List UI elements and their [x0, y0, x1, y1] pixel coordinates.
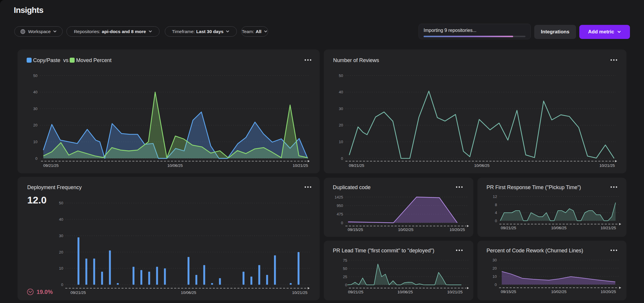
svg-text:0: 0 [495, 283, 497, 287]
svg-text:30: 30 [493, 258, 497, 262]
svg-text:0: 0 [345, 283, 347, 287]
svg-text:10/02/25: 10/02/25 [398, 227, 414, 232]
svg-text:19.0%: 19.0% [37, 289, 53, 295]
svg-text:50: 50 [59, 201, 63, 205]
svg-text:12: 12 [493, 194, 497, 199]
svg-text:10: 10 [59, 266, 63, 271]
svg-text:10/02/25: 10/02/25 [551, 290, 567, 294]
svg-text:09/21/25: 09/21/25 [501, 226, 516, 230]
svg-text:10/20/25: 10/20/25 [450, 227, 465, 232]
svg-text:20: 20 [493, 266, 497, 271]
svg-text:50: 50 [339, 73, 343, 78]
svg-text:10/21/25: 10/21/25 [447, 290, 463, 294]
svg-text:1425: 1425 [335, 195, 343, 199]
svg-text:09/15/25: 09/15/25 [501, 290, 516, 294]
svg-text:10/06/25: 10/06/25 [551, 226, 567, 230]
svg-text:50: 50 [33, 73, 37, 78]
svg-text:20: 20 [339, 123, 343, 127]
svg-text:10/06/25: 10/06/25 [167, 163, 183, 168]
svg-text:20: 20 [59, 250, 63, 254]
svg-text:475: 475 [337, 212, 343, 216]
svg-text:10/21/25: 10/21/25 [293, 163, 308, 168]
svg-text:10: 10 [493, 274, 497, 279]
svg-text:10: 10 [339, 140, 343, 144]
svg-text:30: 30 [339, 107, 343, 111]
svg-text:25: 25 [343, 275, 347, 279]
svg-text:30: 30 [33, 107, 37, 111]
svg-text:0: 0 [61, 283, 63, 287]
svg-text:10/21/25: 10/21/25 [601, 226, 616, 230]
svg-text:0: 0 [341, 221, 343, 225]
svg-text:09/15/25: 09/15/25 [348, 227, 363, 232]
svg-text:09/21/25: 09/21/25 [348, 290, 364, 294]
svg-text:30: 30 [59, 234, 63, 238]
svg-text:09/21/25: 09/21/25 [43, 163, 59, 168]
svg-text:10/21/25: 10/21/25 [600, 163, 615, 168]
svg-text:10/06/25: 10/06/25 [398, 290, 413, 294]
svg-text:8: 8 [495, 203, 497, 207]
svg-text:10/06/25: 10/06/25 [181, 290, 196, 295]
svg-text:10/06/25: 10/06/25 [474, 163, 490, 168]
svg-text:4: 4 [495, 210, 497, 215]
svg-text:75: 75 [343, 258, 347, 263]
svg-text:09/21/25: 09/21/25 [71, 290, 86, 295]
svg-text:09/21/25: 09/21/25 [349, 163, 364, 168]
svg-text:50: 50 [343, 266, 347, 271]
svg-text:40: 40 [339, 90, 343, 94]
svg-text:10/20/25: 10/20/25 [601, 290, 616, 294]
svg-text:20: 20 [33, 123, 37, 127]
svg-text:0: 0 [341, 156, 343, 161]
svg-text:40: 40 [59, 217, 63, 222]
svg-text:0: 0 [495, 219, 497, 223]
svg-text:10: 10 [33, 140, 37, 144]
svg-text:10/21/25: 10/21/25 [292, 290, 308, 295]
svg-text:40: 40 [33, 90, 37, 94]
svg-text:950: 950 [337, 203, 343, 208]
svg-text:0: 0 [35, 156, 37, 161]
